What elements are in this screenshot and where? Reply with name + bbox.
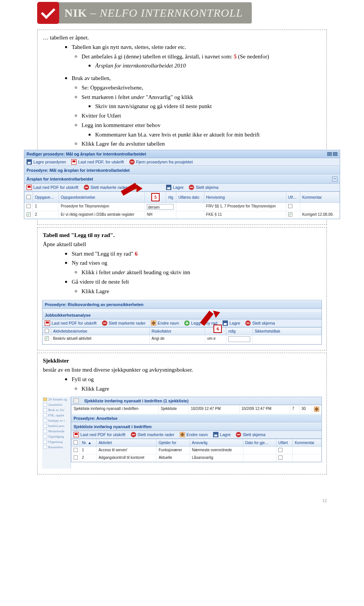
col-header[interactable]: Ansvarlig [190,439,243,447]
col-header[interactable]: rlig [166,192,176,203]
panel-title: Prosedyre: Risikovurdering av personsikk… [45,302,143,307]
col-header[interactable]: Dato for gje… [243,439,276,447]
ansvarlig-input[interactable]: dersen [147,204,174,210]
list-row[interactable]: Sjekkliste innføring nyansatt i bedrifte… [72,405,322,414]
file-icon [43,408,47,412]
text-input[interactable] [228,336,250,342]
delete-rows-button[interactable]: Slett markerte rader [131,432,174,437]
rename-button[interactable]: Endre navn [180,432,208,437]
table-row[interactable]: 2 Adgangskontroll til kontoret Aktuelle … [72,454,322,462]
remove-procedure-button[interactable]: Fjern prosedyren fra prosjektet [129,159,193,165]
delete-schema-button[interactable]: Slett skjema [236,432,265,437]
save-button[interactable]: Lagre [166,185,184,190]
rename-button[interactable]: Endre navn [151,320,179,326]
save-icon [166,185,171,190]
table-row[interactable]: Beskriv aktuell aktivitet Angi de om e [43,335,322,344]
rename-button[interactable]: Endre navn [133,185,161,190]
col-header[interactable]: Nr. ▲ [80,439,97,447]
sub-bullet: Klikk Lagre [71,287,321,296]
list-table: Sjekkliste innføring nyansatt i bedrifte… [71,405,322,414]
col-header[interactable]: Oppgave… [33,192,59,203]
sub-bullet: Se: Oppgavebeskrivelsene, [71,84,321,92]
save-icon [223,320,228,326]
table-row[interactable]: 2 Er vi riktig registrert i DSBs sentral… [25,211,340,219]
col-header[interactable]: Kommentar [300,192,339,203]
select-all-checkbox[interactable] [45,329,49,333]
section-title: Sjekklister [43,357,321,365]
col-header[interactable]: Utføres dato [176,192,204,203]
edit-icon[interactable] [314,407,319,412]
row-toolbar: Last ned PDF for utskrift Slett markerte… [24,184,340,192]
checkmark-icon [41,5,55,19]
row-checkbox[interactable] [27,212,31,217]
sidebar-fragment: 20 Ansatte og Ansettelse Bruk av firr FS… [42,397,71,469]
table-row[interactable]: 1 Access til server/ Funksjonærer Nærmes… [72,447,322,454]
col-header[interactable]: Utført [276,439,293,447]
page-number: 12 [0,498,364,504]
delete-icon [131,432,136,437]
pdf-icon [74,432,79,437]
bullet: Start med "Legg til ny rad" 6 [60,250,321,258]
row-checkbox[interactable] [27,204,31,208]
list-title: Sjekkliste innføring nyansatt i bedrifte… [84,399,188,403]
header-banner: NIK – NELFO INTERNKONTROLL [0,0,364,26]
toolbar: Lagre prosedyren Last ned PDF, for utskr… [24,158,340,166]
col-header[interactable]: Henvisning [204,192,286,203]
utfort-checkbox[interactable] [278,455,282,460]
row-checkbox[interactable] [45,336,49,341]
utfort-checkbox[interactable] [288,204,292,208]
intro-line: … tabellen er åpnet. [43,34,321,42]
folder-icon [43,398,47,401]
download-pdf-button[interactable]: Last ned PDF for utskrift [27,185,78,190]
callout-5: 5 [151,193,160,201]
close-icon[interactable] [333,152,337,156]
data-table: Nr. ▲ Aktivitet Gjelder for Ansvarlig Da… [71,439,322,462]
sub-bullet: Legg inn kommentarer etter behov [71,121,321,130]
utfort-checkbox[interactable] [278,448,282,452]
col-header[interactable]: Aktivitet [96,439,157,447]
col-header[interactable]: Kommentar [293,439,322,447]
delete-schema-button[interactable]: Slett skjema [189,185,218,190]
col-header: 6 [205,328,226,335]
min-icon[interactable] [327,152,332,156]
sub-titlebar: Årsplan for internkontrollarbeidet − [24,174,340,184]
download-pdf-button[interactable]: Last ned PDF, for utskrift [71,159,124,165]
col-header[interactable]: Risikofaktor [149,328,205,335]
select-all-checkbox[interactable] [27,195,31,199]
bullet: Gå videre til de neste felt [60,278,321,286]
utfort-checkbox[interactable] [288,212,292,217]
collapse-icon[interactable]: − [332,176,337,182]
edit-icon [180,432,185,437]
row-checkbox[interactable] [74,455,78,460]
delete-rows-button[interactable]: Slett markerte rader [102,320,146,326]
delete-icon [245,320,251,326]
window-titlebar: Rediger prosedyre: Mål og årsplan for in… [24,150,340,158]
col-header[interactable]: Utf… [286,192,300,203]
col-header[interactable]: Gjelder for [157,439,190,447]
delete-schema-button[interactable]: Slett skjema [245,320,275,326]
sub-sub-bullet: Årsplan for internkontrollarbeidet 2010 [83,62,321,70]
logo [37,2,59,24]
delete-rows-button[interactable]: Slett markerte rader [84,185,127,190]
save-procedure-button[interactable]: Lagre prosedyren [27,159,66,165]
sub-sub-bullet: Skriv inn navn/signatur og gå videre til… [83,102,321,111]
download-pdf-button[interactable]: Last ned PDF for utskrift [45,320,97,326]
save-button[interactable]: Lagre [213,432,231,437]
col-header[interactable]: ndig [226,328,253,335]
checklist-icon [74,398,79,403]
file-icon [43,445,47,449]
screenshot-1: Rediger prosedyre: Mål og årsplan for in… [24,150,340,219]
select-all-checkbox[interactable] [74,440,78,444]
table-row[interactable]: 1 Prosedyre for Tilsynsrevisjon dersen F… [25,203,340,211]
sub-bullet: Klikk i feltet under aktuell heading og … [71,268,321,277]
window-controls [327,152,337,156]
col-header[interactable]: Aktivitetsbeskrivelse [51,328,150,335]
data-table: Aktivitetsbeskrivelse Risikofaktor 6 ndi… [42,327,322,344]
download-pdf-button[interactable]: Last ned PDF for utskrift [74,432,126,437]
sub-title: Jobbsikkerhetsanalyse [45,313,91,317]
delete-icon [102,320,107,326]
bullet: Bruk av tabellen, [60,74,321,83]
save-button[interactable]: Lagre [223,320,240,326]
col-header[interactable]: Sikkerhetstiltak [253,328,321,335]
row-checkbox[interactable] [74,448,78,452]
